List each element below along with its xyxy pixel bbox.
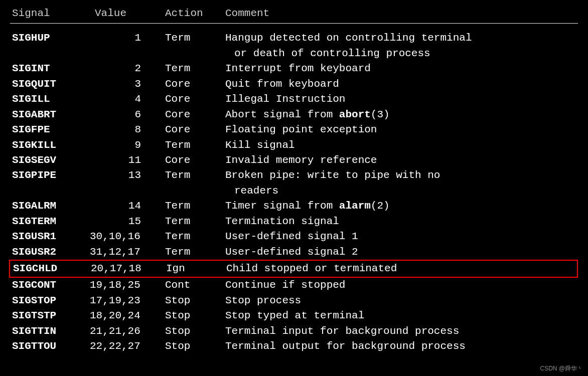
- signal-comment: Stop typed at terminal: [225, 308, 578, 323]
- signal-name: SIGABRT: [12, 107, 90, 122]
- signal-comment: Broken pipe: write to pipe with no: [225, 168, 578, 183]
- signal-value: 15: [90, 214, 165, 229]
- signal-value: 6: [90, 107, 165, 122]
- signal-action: Term: [165, 245, 225, 260]
- table-row: SIGILL4CoreIllegal Instruction: [10, 92, 578, 107]
- signal-name: SIGPIPE: [12, 168, 90, 183]
- signal-comment: Hangup detected on controlling terminal: [225, 31, 578, 46]
- signal-action: Term: [165, 214, 225, 229]
- signal-comment: Abort signal from abort(3): [225, 107, 578, 122]
- signal-comment: Illegal Instruction: [225, 92, 578, 107]
- table-row: SIGSEGV11CoreInvalid memory reference: [10, 153, 578, 168]
- table-row: SIGKILL9TermKill signal: [10, 138, 578, 153]
- signal-comment: Kill signal: [225, 138, 578, 153]
- signal-name: SIGSTOP: [12, 293, 90, 308]
- signal-name: SIGINT: [12, 61, 90, 76]
- signal-value: 31,12,17: [90, 245, 165, 260]
- signal-value: 19,18,25: [90, 278, 165, 293]
- signal-value: 14: [90, 199, 165, 214]
- signal-comment-continuation: readers: [12, 183, 578, 199]
- signal-comment: Invalid memory reference: [225, 153, 578, 168]
- table-row: SIGTSTP18,20,24StopStop typed at termina…: [10, 308, 578, 323]
- table-row: SIGSTOP17,19,23StopStop process: [10, 293, 578, 308]
- signal-name: SIGUSR2: [12, 245, 90, 260]
- signal-comment: Termination signal: [225, 214, 578, 229]
- signal-value: 8: [90, 122, 165, 137]
- signal-value: 1: [90, 31, 165, 46]
- signal-action: Core: [165, 92, 225, 107]
- signal-comment: Terminal input for background process: [225, 324, 578, 339]
- signal-comment: Stop process: [225, 293, 578, 308]
- signal-comment: Terminal output for background process: [225, 339, 578, 354]
- table-row: SIGTTIN21,21,26StopTerminal input for ba…: [10, 324, 578, 339]
- signal-comment: Floating point exception: [225, 122, 578, 137]
- signal-value: 20,17,18: [91, 261, 166, 276]
- table-row-continuation: readers: [10, 183, 578, 199]
- signal-value: 4: [90, 92, 165, 107]
- header-signal: Signal: [12, 6, 90, 21]
- signal-action: Stop: [165, 324, 225, 339]
- table-header: Signal Value Action Comment: [10, 6, 578, 24]
- signal-action: Core: [165, 153, 225, 168]
- signal-comment: Timer signal from alarm(2): [225, 199, 578, 214]
- table-row: SIGCHLD20,17,18IgnChild stopped or termi…: [9, 260, 578, 278]
- signal-comment: Child stopped or terminated: [226, 261, 577, 276]
- signal-action: Term: [165, 229, 225, 244]
- signal-name: SIGTSTP: [12, 308, 90, 323]
- signal-value: 13: [90, 168, 165, 183]
- signal-name: SIGFPE: [12, 122, 90, 137]
- signal-comment: User-defined signal 1: [225, 229, 578, 244]
- table-row: SIGCONT19,18,25ContContinue if stopped: [10, 278, 578, 293]
- signal-action: Ign: [166, 261, 226, 276]
- signal-name: SIGTTOU: [12, 339, 90, 354]
- signal-name: SIGKILL: [12, 138, 90, 153]
- signal-name: SIGSEGV: [12, 153, 90, 168]
- table-row: SIGINT2TermInterrupt from keyboard: [10, 61, 578, 76]
- header-value: Value: [90, 6, 165, 21]
- table-row: SIGUSR130,10,16TermUser-defined signal 1: [10, 229, 578, 244]
- signal-name: SIGTERM: [12, 214, 90, 229]
- signal-action: Cont: [165, 278, 225, 293]
- signal-value: 2: [90, 61, 165, 76]
- table-row: SIGTTOU22,22,27StopTerminal output for b…: [10, 339, 578, 354]
- signal-action: Term: [165, 31, 225, 46]
- signal-action: Term: [165, 138, 225, 153]
- signal-value: 30,10,16: [90, 229, 165, 244]
- table-row: SIGUSR231,12,17TermUser-defined signal 2: [10, 245, 578, 260]
- table-row: SIGPIPE13TermBroken pipe: write to pipe …: [10, 168, 578, 183]
- signal-value: 17,19,23: [90, 293, 165, 308]
- table-row: SIGHUP1TermHangup detected on controllin…: [10, 31, 578, 46]
- watermark: CSDN @舜华丶: [540, 364, 583, 373]
- signal-name: SIGALRM: [12, 199, 90, 214]
- signal-action: Term: [165, 199, 225, 214]
- signal-name: SIGCONT: [12, 278, 90, 293]
- signal-action: Stop: [165, 308, 225, 323]
- signal-value: 22,22,27: [90, 339, 165, 354]
- header-action: Action: [165, 6, 225, 21]
- signal-comment: Interrupt from keyboard: [225, 61, 578, 76]
- table-row: SIGABRT6CoreAbort signal from abort(3): [10, 107, 578, 122]
- signal-action: Core: [165, 107, 225, 122]
- signal-value: 11: [90, 153, 165, 168]
- header-comment: Comment: [225, 6, 578, 21]
- signal-action: Term: [165, 168, 225, 183]
- signal-name: SIGTTIN: [12, 324, 90, 339]
- signal-action: Core: [165, 77, 225, 92]
- signal-value: 18,20,24: [90, 308, 165, 323]
- signal-name: SIGUSR1: [12, 229, 90, 244]
- signal-name: SIGQUIT: [12, 77, 90, 92]
- signal-table: Signal Value Action Comment SIGHUP1TermH…: [10, 6, 578, 354]
- signal-action: Stop: [165, 339, 225, 354]
- signal-action: Term: [165, 61, 225, 76]
- table-row: SIGALRM14TermTimer signal from alarm(2): [10, 199, 578, 214]
- table-row-continuation: or death of controlling process: [10, 46, 578, 61]
- signal-action: Core: [165, 122, 225, 137]
- signal-comment-continuation: or death of controlling process: [12, 46, 578, 61]
- signal-comment: Quit from keyboard: [225, 77, 578, 92]
- signal-name: SIGCHLD: [13, 261, 91, 276]
- table-row: SIGFPE8CoreFloating point exception: [10, 122, 578, 137]
- signal-value: 3: [90, 77, 165, 92]
- signal-name: SIGHUP: [12, 31, 90, 46]
- table-row: SIGQUIT3CoreQuit from keyboard: [10, 77, 578, 92]
- table-row: SIGTERM15TermTermination signal: [10, 214, 578, 229]
